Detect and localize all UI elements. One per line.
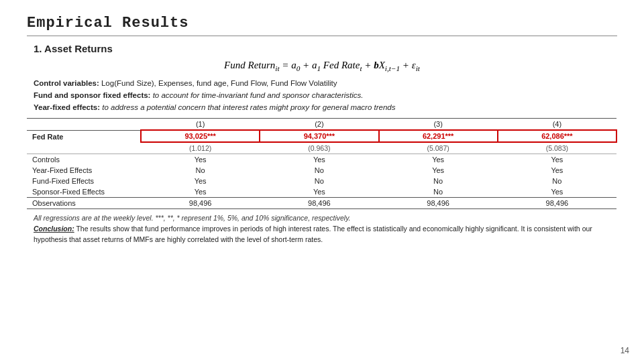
year-fe-col4: Yes — [498, 165, 616, 176]
table-header-row: (1) (2) (3) (4) — [27, 119, 616, 131]
controls-row: Controls Yes Yes Yes Yes — [27, 154, 616, 165]
observations-row: Observations 98,496 98,496 98,496 98,496 — [27, 198, 616, 209]
col-header-1: (1) — [141, 119, 260, 131]
sponsor-fixed-effects-row: Sponsor-Fixed Effects Yes Yes No Yes — [27, 186, 616, 198]
year-fe-col2: No — [260, 165, 378, 176]
fund-fe-col3: No — [379, 176, 498, 186]
year-fe-col3: Yes — [379, 165, 498, 176]
year-fixed-effects-row: Year-Fixed Effects No No Yes Yes — [27, 165, 616, 176]
sponsor-fe-col3: No — [379, 186, 498, 198]
fund-fe-col4: No — [498, 176, 616, 186]
cv-label: Control variables: — [34, 79, 99, 87]
fed-rate-col1: 93,025*** — [141, 130, 260, 142]
page: Empirical Results 1. Asset Returns Fund … — [0, 0, 644, 362]
std-err-row: (1.012) (0.963) (5.087) (5.083) — [27, 142, 616, 154]
observations-col3: 98,496 — [379, 198, 498, 209]
col-header-2: (2) — [260, 119, 378, 131]
controls-col2: Yes — [260, 154, 378, 165]
col-header-4: (4) — [498, 119, 616, 131]
std-err-col2: (0.963) — [260, 142, 378, 154]
footnote-text: All regressions are at the weekly level.… — [34, 214, 351, 222]
controls-col3: Yes — [379, 154, 498, 165]
controls-col1: Yes — [141, 154, 260, 165]
fe-value: to account for time-invariant fund and s… — [150, 91, 363, 99]
std-err-col4: (5.083) — [498, 142, 616, 154]
year-fe-col1: No — [141, 165, 260, 176]
fund-fe-label: Fund-Fixed Effects — [27, 176, 141, 186]
conclusion-label: Conclusion: — [34, 225, 74, 233]
yfe-label: Year-fixed effects: — [34, 103, 100, 111]
fed-rate-col3: 62,291*** — [379, 130, 498, 142]
section-title: 1. Asset Returns — [34, 43, 617, 54]
fed-rate-label: Fed Rate — [27, 130, 141, 142]
sponsor-fe-label: Sponsor-Fixed Effects — [27, 186, 141, 198]
std-err-col3: (5.087) — [379, 142, 498, 154]
page-number: 14 — [621, 346, 629, 355]
observations-col2: 98,496 — [260, 198, 378, 209]
observations-col4: 98,496 — [498, 198, 616, 209]
fed-rate-col2: 94,370*** — [260, 130, 378, 142]
col-header-label — [27, 119, 141, 131]
title-divider — [27, 36, 617, 36]
fund-fe-col2: No — [260, 176, 378, 186]
fund-fixed-effects-row: Fund-Fixed Effects Yes No No No — [27, 176, 616, 186]
cv-value: Log(Fund Size), Expenses, fund age, Fund… — [99, 79, 337, 87]
page-title: Empirical Results — [27, 15, 617, 32]
sponsor-fe-col2: Yes — [260, 186, 378, 198]
std-err-label — [27, 142, 141, 154]
col-header-3: (3) — [379, 119, 498, 131]
controls-label: Controls — [27, 154, 141, 165]
fed-rate-col4: 62,086*** — [498, 130, 616, 142]
observations-col1: 98,496 — [141, 198, 260, 209]
controls-col4: Yes — [498, 154, 616, 165]
yfe-value: to address a potential concern that inte… — [100, 103, 395, 111]
std-err-col1: (1.012) — [141, 142, 260, 154]
conclusion-text: The results show that fund performance i… — [34, 225, 592, 243]
fed-rate-row: Fed Rate 93,025*** 94,370*** 62,291*** 6… — [27, 130, 616, 142]
sponsor-fe-col4: Yes — [498, 186, 616, 198]
control-variables-text: Control variables: Log(Fund Size), Expen… — [34, 78, 617, 113]
conclusion-area: All regressions are at the weekly level.… — [34, 213, 610, 245]
fund-fe-col1: Yes — [141, 176, 260, 186]
observations-label: Observations — [27, 198, 141, 209]
year-fe-label: Year-Fixed Effects — [27, 165, 141, 176]
sponsor-fe-col1: Yes — [141, 186, 260, 198]
fe-label: Fund and sponsor fixed effects: — [34, 91, 150, 99]
formula-display: Fund Returnit = a0 + a1 Fed Ratet + bXi,… — [27, 60, 617, 72]
results-table: (1) (2) (3) (4) Fed Rate 93,025*** 94,37… — [27, 118, 617, 209]
